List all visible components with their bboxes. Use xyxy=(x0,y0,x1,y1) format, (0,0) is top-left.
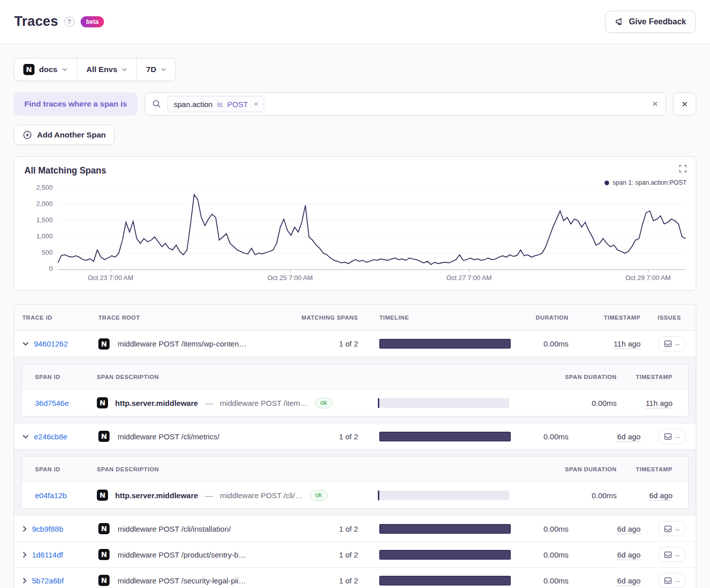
separator: — xyxy=(205,491,212,500)
token-key: span.action xyxy=(173,100,212,109)
collapse-row-icon[interactable] xyxy=(22,341,29,346)
expand-row-icon[interactable] xyxy=(22,577,27,584)
chart-legend: span 1: span.action:POST xyxy=(605,179,687,186)
trace-timeline-bar[interactable] xyxy=(379,339,511,349)
trace-timeline-bar[interactable] xyxy=(379,576,511,585)
add-another-span-button[interactable]: Add Another Span xyxy=(14,125,115,145)
trace-root-text: middleware POST /cli/metrics/ xyxy=(118,432,220,441)
issues-button[interactable]: – xyxy=(658,429,685,444)
trace-id-link[interactable]: 1d6114df xyxy=(32,550,63,559)
span-timeline-bar[interactable] xyxy=(378,398,509,408)
span-operation: http.server.middleware xyxy=(115,491,198,500)
add-another-span-label: Add Another Span xyxy=(37,130,105,140)
separator: — xyxy=(205,399,212,407)
y-tick-label: 1,500 xyxy=(36,216,53,224)
duration-value: 0.00ms xyxy=(518,525,577,533)
trace-id-link[interactable]: 5b72a6bf xyxy=(32,576,64,585)
give-feedback-label: Give Feedback xyxy=(629,17,686,26)
col-duration: DURATION xyxy=(518,315,577,321)
table-row: e246cb8e N middleware POST /cli/metrics/… xyxy=(14,423,696,449)
chart-title: All Matching Spans xyxy=(24,165,686,176)
environment-selector-label: All Envs xyxy=(86,65,117,74)
trace-timeline-bar[interactable] xyxy=(379,524,511,534)
trace-timeline-bar[interactable] xyxy=(379,432,511,441)
matching-spans-value: 1 of 2 xyxy=(290,432,366,441)
y-tick-label: 2,500 xyxy=(36,184,53,191)
date-range-selector[interactable]: 7D xyxy=(136,58,175,81)
timestamp-link[interactable]: 6d ago xyxy=(617,432,641,442)
span-timeline-bar[interactable] xyxy=(378,491,509,500)
span-operation: http.server.middleware xyxy=(115,399,198,407)
matching-spans-value: 1 of 2 xyxy=(290,339,366,348)
span-id-link[interactable]: 36d7546e xyxy=(35,399,69,407)
table-header-row: TRACE ID TRACE ROOT MATCHING SPANS TIMEL… xyxy=(14,304,696,331)
y-tick-label: 1,000 xyxy=(36,232,53,240)
x-tick-label: Oct 23 7:00 AM xyxy=(88,274,133,282)
col-span-timestamp: TIMESTAMP xyxy=(625,374,688,380)
clear-search-icon[interactable]: ✕ xyxy=(652,99,658,109)
page-header: Traces ? beta Give Feedback xyxy=(0,0,710,44)
span-timestamp-link[interactable]: 11h ago xyxy=(646,399,672,408)
nextjs-project-icon: N xyxy=(97,397,108,408)
filter-bar: N docs All Envs 7D xyxy=(14,58,176,81)
issues-button[interactable]: – xyxy=(658,573,685,588)
expanded-spans-section: SPAN ID SPAN DESCRIPTION SPAN DURATION T… xyxy=(14,357,696,423)
beta-badge: beta xyxy=(81,16,104,27)
col-span-duration: SPAN DURATION xyxy=(517,466,625,472)
give-feedback-button[interactable]: Give Feedback xyxy=(605,11,696,33)
x-tick-label: Oct 25 7:00 AM xyxy=(267,274,313,282)
x-tick-label: Oct 29 7:00 AM xyxy=(625,274,671,282)
table-row: 9cb9f88b N middleware POST /cli/installa… xyxy=(14,515,696,541)
y-tick-label: 0 xyxy=(49,265,53,272)
trace-timeline-bar[interactable] xyxy=(379,550,511,560)
span-query-row: Find traces where a span is span.action … xyxy=(14,92,696,116)
y-tick-label: 500 xyxy=(42,249,53,256)
issues-tray-icon xyxy=(664,551,672,559)
issues-button[interactable]: – xyxy=(658,336,685,352)
nextjs-project-icon: N xyxy=(23,64,34,75)
trace-id-link[interactable]: 94601262 xyxy=(34,339,68,348)
span-table-header-row: SPAN ID SPAN DESCRIPTION SPAN DURATION T… xyxy=(22,364,688,390)
col-span-duration: SPAN DURATION xyxy=(517,374,625,380)
timestamp-link[interactable]: 11h ago xyxy=(614,339,641,349)
span-search-input[interactable]: span.action is POST ✕ ✕ xyxy=(145,92,666,116)
table-row: 94601262 N middleware POST /items/wp-con… xyxy=(14,331,696,357)
timestamp-link[interactable]: 6d ago xyxy=(617,576,641,586)
remove-token-icon[interactable]: ✕ xyxy=(253,101,258,108)
span-table-header-row: SPAN ID SPAN DESCRIPTION SPAN DURATION T… xyxy=(22,457,688,482)
filter-token[interactable]: span.action is POST ✕ xyxy=(167,96,264,112)
search-icon xyxy=(152,99,161,109)
fullscreen-icon[interactable] xyxy=(679,165,687,172)
environment-selector[interactable]: All Envs xyxy=(77,58,136,81)
span-duration-value: 0.00ms xyxy=(517,491,625,500)
x-axis-labels: Oct 23 7:00 AMOct 25 7:00 AMOct 27 7:00 … xyxy=(58,270,686,285)
timestamp-link[interactable]: 6d ago xyxy=(617,550,641,560)
span-row: 36d7546e N http.server.middleware — midd… xyxy=(22,390,688,416)
collapse-row-icon[interactable] xyxy=(22,434,29,439)
remove-span-filter-button[interactable]: ✕ xyxy=(673,92,696,116)
duration-value: 0.00ms xyxy=(518,550,577,559)
trace-id-link[interactable]: e246cb8e xyxy=(34,432,67,441)
span-duration-value: 0.00ms xyxy=(517,399,625,407)
expand-row-icon[interactable] xyxy=(22,551,27,558)
project-selector-label: docs xyxy=(39,65,57,74)
span-id-link[interactable]: e04fa12b xyxy=(35,491,67,500)
project-selector[interactable]: N docs xyxy=(14,58,77,81)
issues-button[interactable]: – xyxy=(658,547,685,562)
trace-id-link[interactable]: 9cb9f88b xyxy=(32,525,63,533)
trace-root-text: middleware POST /security-legal-pii… xyxy=(118,576,246,585)
duration-value: 0.00ms xyxy=(518,432,577,441)
chart-plot[interactable] xyxy=(58,188,686,269)
issues-tray-icon xyxy=(664,525,672,533)
span-timestamp-link[interactable]: 6d ago xyxy=(649,491,672,501)
nextjs-project-icon: N xyxy=(98,338,110,350)
col-timestamp: TIMESTAMP xyxy=(577,315,648,321)
expand-row-icon[interactable] xyxy=(22,526,27,532)
span-status-badge: ok xyxy=(315,398,333,408)
span-status-badge: ok xyxy=(310,490,328,501)
nextjs-project-icon: N xyxy=(98,549,110,560)
timestamp-link[interactable]: 6d ago xyxy=(617,525,641,534)
help-icon[interactable]: ? xyxy=(64,17,75,27)
issues-button[interactable]: – xyxy=(658,521,685,536)
issues-tray-icon xyxy=(664,340,672,348)
